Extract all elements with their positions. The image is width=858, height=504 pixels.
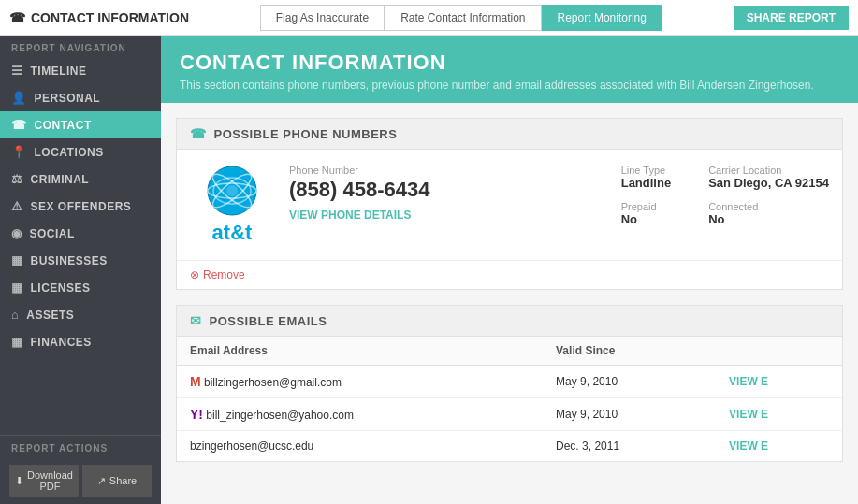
contact-icon: ☎ <box>11 118 27 132</box>
connected-label: Connected <box>708 201 829 212</box>
email-row: bzingerhosen@ucsc.edu Dec. 3, 2011 VIEW … <box>177 431 842 462</box>
email-section-header: ✉ POSSIBLE EMAILS <box>177 306 842 337</box>
email-address-cell: Y! bill_zingerhosen@yahoo.com <box>177 398 543 431</box>
line-type-value: Landline <box>621 176 671 190</box>
phone-card: at&t Phone Number (858) 458-6434 VIEW PH… <box>177 150 842 261</box>
phone-number-value: (858) 458-6434 <box>289 178 588 202</box>
report-actions-section: REPORT ACTIONS ⬇ Download PDF ↗ Share <box>0 435 161 504</box>
view-email-link[interactable]: VIEW E <box>729 439 768 453</box>
meta-group-1: Line Type Landline Prepaid No <box>621 165 671 226</box>
email-section-title: POSSIBLE EMAILS <box>210 314 327 328</box>
sidebar-item-locations[interactable]: 📍 LOCATIONS <box>0 138 161 166</box>
actions-section-label: REPORT ACTIONS <box>0 436 161 457</box>
email-section: ✉ POSSIBLE EMAILS Email Address Valid Si… <box>176 305 843 462</box>
businesses-icon: ▦ <box>11 253 23 267</box>
remove-icon: ⊗ <box>190 268 199 281</box>
view-email-cell: VIEW E <box>716 366 842 398</box>
nav-section-label: REPORT NAVIGATION <box>0 36 161 57</box>
prepaid-value: No <box>621 212 671 226</box>
carrier-location-group: Carrier Location San Diego, CA 92154 <box>708 165 829 190</box>
download-pdf-button[interactable]: ⬇ Download PDF <box>9 465 79 497</box>
email-row: Y! bill_zingerhosen@yahoo.com May 9, 201… <box>177 398 842 431</box>
sidebar-item-personal[interactable]: 👤 PERSONAL <box>0 84 161 111</box>
sidebar-item-businesses[interactable]: ▦ BUSINESSES <box>0 247 161 274</box>
phone-section-icon: ☎ <box>190 126 207 141</box>
report-monitoring-button[interactable]: Report Monitoring <box>542 5 662 31</box>
line-type-group: Line Type Landline <box>621 165 671 190</box>
phone-section-title: POSSIBLE PHONE NUMBERS <box>214 127 398 141</box>
email-section-icon: ✉ <box>190 313 202 328</box>
sidebar: REPORT NAVIGATION ☰ TIMELINE 👤 PERSONAL … <box>0 36 161 504</box>
sidebar-item-social[interactable]: ◉ SOCIAL <box>0 220 161 247</box>
personal-icon: 👤 <box>11 91 27 105</box>
licenses-icon: ▦ <box>11 281 23 295</box>
phone-section-header: ☎ POSSIBLE PHONE NUMBERS <box>177 119 842 150</box>
view-email-cell: VIEW E <box>716 431 842 462</box>
top-bar: ☎ CONTACT INFORMATION Flag As Inaccurate… <box>0 0 858 36</box>
page-title: ☎ CONTACT INFORMATION <box>9 10 189 25</box>
layout: REPORT NAVIGATION ☰ TIMELINE 👤 PERSONAL … <box>0 36 858 504</box>
connected-group: Connected No <box>708 201 829 226</box>
main-content: CONTACT INFORMATION This section contain… <box>161 36 858 504</box>
meta-group-2: Carrier Location San Diego, CA 92154 Con… <box>708 165 829 226</box>
sidebar-item-criminal[interactable]: ⚖ CRIMINAL <box>0 166 161 193</box>
report-actions-btns: ⬇ Download PDF ↗ Share <box>0 457 161 504</box>
download-icon: ⬇ <box>15 475 23 487</box>
finances-icon: ▦ <box>11 335 23 349</box>
email-table: Email Address Valid Since M billzingerho… <box>177 337 842 461</box>
email-valid-since-cell: May 9, 2010 <box>543 366 716 398</box>
email-address-cell: bzingerhosen@ucsc.edu <box>177 431 543 462</box>
sidebar-item-finances[interactable]: ▦ FINANCES <box>0 328 161 355</box>
view-email-cell: VIEW E <box>716 398 842 431</box>
phone-section: ☎ POSSIBLE PHONE NUMBERS <box>176 118 843 290</box>
page-header: CONTACT INFORMATION This section contain… <box>161 36 858 103</box>
carrier-location-value: San Diego, CA 92154 <box>708 176 829 190</box>
share-icon: ↗ <box>97 475 106 487</box>
col-action <box>716 337 842 366</box>
sex-offenders-icon: ⚠ <box>11 199 23 213</box>
sidebar-item-contact[interactable]: ☎ CONTACT <box>0 111 161 138</box>
phone-icon: ☎ <box>9 10 25 25</box>
remove-phone-button[interactable]: ⊗ Remove <box>177 261 258 289</box>
phone-meta: Line Type Landline Prepaid No Carrier Lo… <box>621 165 829 226</box>
prepaid-group: Prepaid No <box>621 201 671 226</box>
top-bar-actions: Flag As Inaccurate Rate Contact Informat… <box>189 5 734 31</box>
assets-icon: ⌂ <box>11 308 19 322</box>
contact-info-description: This section contains phone numbers, pre… <box>180 79 839 92</box>
timeline-icon: ☰ <box>11 64 23 78</box>
locations-icon: 📍 <box>11 145 27 159</box>
email-row: M billzingerhosen@gmail.com May 9, 2010 … <box>177 366 842 398</box>
share-button[interactable]: ↗ Share <box>82 465 152 497</box>
sidebar-item-timeline[interactable]: ☰ TIMELINE <box>0 57 161 84</box>
contact-info-title: CONTACT INFORMATION <box>180 50 839 75</box>
social-icon: ◉ <box>11 226 22 240</box>
email-valid-since-cell: May 9, 2010 <box>543 398 716 431</box>
phone-number-label: Phone Number <box>289 165 588 176</box>
email-address-cell: M billzingerhosen@gmail.com <box>177 366 543 398</box>
col-email-address: Email Address <box>177 337 543 366</box>
flag-inaccurate-button[interactable]: Flag As Inaccurate <box>260 5 385 31</box>
col-valid-since: Valid Since <box>543 337 716 366</box>
svg-point-5 <box>226 185 238 196</box>
share-report-button[interactable]: SHARE REPORT <box>734 6 849 30</box>
att-logo-svg <box>206 165 258 217</box>
email-valid-since-cell: Dec. 3, 2011 <box>543 431 716 462</box>
connected-value: No <box>708 212 829 226</box>
carrier-location-label: Carrier Location <box>708 165 829 176</box>
view-phone-details-link[interactable]: VIEW PHONE DETAILS <box>289 209 411 222</box>
view-email-link[interactable]: VIEW E <box>729 375 768 388</box>
att-logo <box>206 165 258 217</box>
phone-details: Phone Number (858) 458-6434 VIEW PHONE D… <box>289 165 588 222</box>
carrier-name: at&t <box>212 221 253 245</box>
view-email-link[interactable]: VIEW E <box>729 408 768 421</box>
carrier-logo: at&t <box>190 165 274 245</box>
sidebar-item-licenses[interactable]: ▦ LICENSES <box>0 274 161 301</box>
yahoo-icon: Y! <box>190 407 203 422</box>
sidebar-item-assets[interactable]: ⌂ ASSETS <box>0 301 161 328</box>
criminal-icon: ⚖ <box>11 172 23 186</box>
rate-contact-button[interactable]: Rate Contact Information <box>385 5 541 31</box>
line-type-label: Line Type <box>621 165 671 176</box>
sidebar-item-sex-offenders[interactable]: ⚠ SEX OFFENDERS <box>0 193 161 220</box>
gmail-icon: M <box>190 374 201 389</box>
email-table-header: Email Address Valid Since <box>177 337 842 366</box>
